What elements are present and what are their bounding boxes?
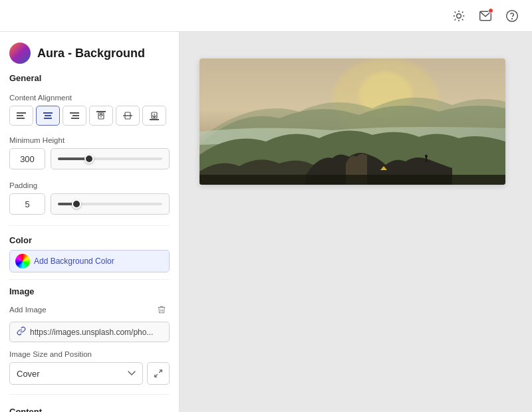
link-icon — [17, 326, 26, 338]
add-background-color-btn[interactable]: Add Background Color — [9, 250, 170, 272]
expand-btn[interactable] — [147, 362, 170, 385]
align-middle-btn[interactable] — [116, 106, 140, 126]
panel-header: Aura - Background — [0, 32, 179, 70]
app-logo — [9, 43, 31, 64]
svg-rect-12 — [17, 112, 26, 114]
add-color-label: Add Background Color — [34, 257, 114, 266]
min-height-input[interactable] — [9, 148, 45, 169]
svg-rect-19 — [72, 115, 79, 116]
svg-rect-13 — [17, 115, 23, 116]
svg-rect-14 — [17, 118, 25, 119]
svg-line-30 — [155, 374, 158, 377]
svg-rect-15 — [43, 112, 53, 114]
padding-slider[interactable] — [58, 203, 162, 205]
content-alignment-label: Content Alignment — [0, 90, 179, 106]
svg-rect-20 — [71, 118, 79, 119]
align-bottom-btn[interactable] — [142, 106, 166, 126]
add-image-row: Add Image — [9, 302, 170, 318]
general-section-label: General — [0, 70, 179, 90]
right-preview-panel — [180, 32, 532, 412]
mail-badge — [488, 8, 493, 13]
color-section-title: Color — [9, 235, 32, 245]
svg-rect-18 — [70, 112, 79, 114]
panel-title: Aura - Background — [37, 47, 145, 60]
svg-line-8 — [455, 19, 456, 20]
image-size-select-row: Cover Contain Auto Fill — [9, 362, 170, 385]
main-layout: Aura - Background General Content Alignm… — [0, 32, 532, 412]
svg-line-5 — [455, 11, 456, 13]
align-center-btn[interactable] — [36, 106, 60, 126]
padding-label: Padding — [0, 177, 179, 193]
alignment-buttons-row — [0, 106, 179, 132]
image-size-label: Image Size and Position — [9, 350, 170, 358]
sun-icon[interactable] — [450, 7, 468, 25]
preview-image — [200, 58, 505, 185]
svg-line-6 — [462, 19, 464, 20]
svg-rect-16 — [45, 115, 51, 116]
image-section: Image Add Image — [0, 282, 179, 387]
mail-icon[interactable] — [476, 7, 495, 25]
svg-rect-26 — [150, 119, 159, 120]
add-image-label: Add Image — [9, 306, 47, 314]
svg-point-10 — [507, 10, 518, 21]
padding-input[interactable] — [9, 193, 45, 215]
padding-row — [0, 193, 179, 223]
image-url-row: https://images.unsplash.com/pho... — [9, 322, 170, 342]
delete-image-btn[interactable] — [154, 302, 170, 318]
image-size-select[interactable]: Cover Contain Auto Fill — [9, 362, 143, 385]
svg-point-0 — [457, 13, 462, 18]
svg-line-7 — [462, 11, 464, 13]
help-icon[interactable] — [503, 7, 521, 25]
svg-rect-36 — [200, 175, 505, 185]
svg-point-11 — [512, 18, 513, 19]
align-top-btn[interactable] — [89, 106, 113, 126]
image-url-text: https://images.unsplash.com/pho... — [30, 328, 162, 337]
svg-point-35 — [425, 155, 428, 158]
align-left-btn[interactable] — [9, 106, 33, 126]
image-section-title: Image — [9, 286, 170, 296]
svg-line-29 — [159, 370, 162, 373]
color-wheel-icon — [15, 254, 30, 268]
svg-rect-21 — [96, 111, 106, 112]
left-panel: Aura - Background General Content Alignm… — [0, 32, 180, 412]
min-height-row — [0, 148, 179, 177]
svg-rect-17 — [44, 118, 52, 119]
min-height-slider[interactable] — [58, 157, 162, 160]
min-height-label: Minimum Height — [0, 132, 179, 148]
align-right-btn[interactable] — [63, 106, 86, 126]
content-section-title: Content — [9, 407, 170, 412]
topbar — [0, 0, 532, 32]
content-section: Content Text + — [0, 397, 179, 412]
